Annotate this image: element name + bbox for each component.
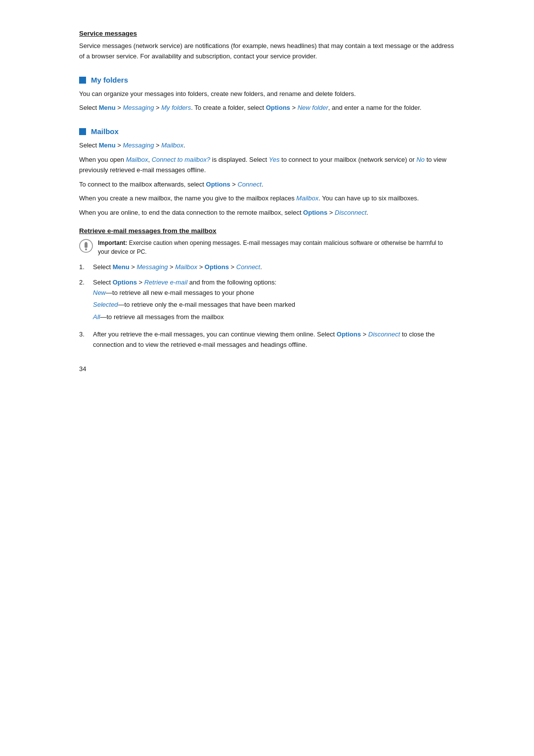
body2-mid: . To create a folder, select [191,104,266,111]
page-container: Service messages Service messages (netwo… [0,0,534,756]
sub2-suffix: —to retrieve only the e-mail messages th… [118,301,295,308]
options-link-ret3[interactable]: Options [337,331,361,338]
yes-link[interactable]: Yes [269,156,280,163]
sep3: > [290,104,298,111]
mailbox-link-mb[interactable]: Mailbox [161,142,183,149]
mailbox-link-ret[interactable]: Mailbox [175,263,197,271]
sub-item-selected: Selected—to retrieve only the e-mail mes… [93,300,455,310]
mailbox-italic2[interactable]: Mailbox [296,194,318,202]
mailbox-para2: When you open Mailbox, Connect to mailbo… [79,155,455,176]
step-1: 1. Select Menu > Messaging > Mailbox > O… [79,262,455,273]
sub-item-new: New—to retrieve all new e-mail messages … [93,288,455,298]
steps-list: 1. Select Menu > Messaging > Mailbox > O… [79,262,455,350]
connect-link-ret[interactable]: Connect [236,263,260,271]
menu-link-ret[interactable]: Menu [113,263,130,271]
retrieve-heading: Retrieve e-mail messages from the mailbo… [79,227,455,235]
sub-item-all: All—to retrieve all messages from the ma… [93,312,455,323]
mailbox-para4: When you create a new mailbox, the name … [79,193,455,204]
sub1-suffix: —to retrieve all new e-mail messages to … [106,289,254,296]
service-messages-heading: Service messages [79,30,455,37]
service-messages-body: Service messages (network service) are n… [79,41,455,62]
my-folders-body2: Select Menu > Messaging > My folders. To… [79,103,455,113]
my-folders-body1: You can organize your messages into fold… [79,89,455,99]
my-folders-link[interactable]: My folders [161,104,191,111]
mailbox-italic[interactable]: Mailbox [126,156,148,163]
options-link-mb2[interactable]: Options [303,209,327,216]
messaging-link-mb[interactable]: Messaging [123,142,154,149]
menu-link[interactable]: Menu [99,104,116,111]
no-link[interactable]: No [416,156,425,163]
sep1: > [116,104,123,111]
step-3: 3. After you retrieve the e-mail message… [79,330,455,350]
sub3-suffix: —to retrieve all messages from the mailb… [100,313,223,321]
page-number: 34 [79,365,455,373]
mailbox-para5: When you are online, to end the data con… [79,208,455,218]
connect-link-mb[interactable]: Connect [237,181,261,188]
new-folder-link[interactable]: New folder [298,104,328,111]
retrieve-email-link[interactable]: Retrieve e-mail [144,279,187,286]
options-link[interactable]: Options [266,104,290,111]
menu-link-mb[interactable]: Menu [99,142,116,149]
body2-suffix: , and enter a name for the folder. [328,104,422,111]
important-box: Important: Exercise caution when opening… [79,238,455,256]
service-messages-section: Service messages Service messages (netwo… [79,30,455,62]
sep2: > [154,104,161,111]
blue-square-icon [79,77,86,84]
my-folders-heading: My folders [79,76,455,84]
mailbox-para3: To connect to the mailbox afterwards, se… [79,180,455,190]
select-text: Select [79,104,99,111]
messaging-link[interactable]: Messaging [123,104,154,111]
disconnect-link-mb[interactable]: Disconnect [335,209,366,216]
blue-square-icon-2 [79,128,86,135]
retrieve-section: Retrieve e-mail messages from the mailbo… [79,227,455,350]
messaging-link-ret[interactable]: Messaging [137,263,168,271]
disconnect-link-ret[interactable]: Disconnect [368,331,400,338]
options-link-ret2[interactable]: Options [113,279,137,286]
my-folders-section: My folders You can organize your message… [79,76,455,114]
options-link-ret[interactable]: Options [205,263,229,271]
svg-point-1 [85,248,87,250]
mailbox-heading: Mailbox [79,127,455,136]
options-link-mb[interactable]: Options [206,181,230,188]
mailbox-para1: Select Menu > Messaging > Mailbox. [79,141,455,151]
important-text: Important: Exercise caution when opening… [98,238,455,256]
step-2: 2. Select Options > Retrieve e-mail and … [79,278,455,325]
mailbox-section: Mailbox Select Menu > Messaging > Mailbo… [79,127,455,350]
connect-question: Connect to mailbox? [152,156,211,163]
important-icon [79,239,93,253]
